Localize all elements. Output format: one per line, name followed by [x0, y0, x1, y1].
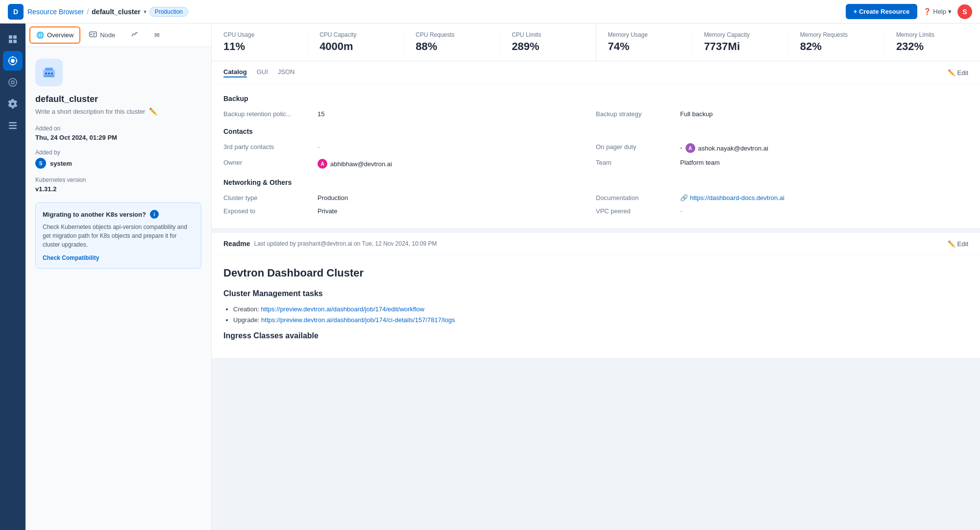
sidebar-item-security[interactable]	[3, 73, 23, 92]
help-label: Help	[933, 8, 946, 15]
backup-retention-value: 15	[318, 110, 324, 118]
resource-browser-link[interactable]: Resource Browser	[27, 8, 84, 16]
devtron-logo[interactable]: D	[8, 4, 24, 20]
catalog-tab-gui[interactable]: GUI	[257, 68, 268, 77]
added-on-section: Added on Thu, 24 Oct 2024, 01:29 PM	[35, 125, 201, 141]
svg-rect-17	[93, 33, 96, 34]
svg-point-4	[11, 59, 15, 63]
owner-avatar: A	[318, 159, 327, 169]
contacts-section-title: Contacts	[223, 127, 968, 135]
upgrade-link[interactable]: https://preview.devtron.ai/dashboard/job…	[261, 316, 455, 324]
exposed-to-value: Private	[318, 207, 337, 215]
readme-ingress-title: Ingress Classes available	[223, 331, 968, 340]
svg-rect-14	[9, 128, 17, 129]
link-icon: 🔗	[680, 194, 688, 202]
memory-capacity-metric: Memory Capacity 7737Mi	[692, 31, 788, 53]
user-avatar[interactable]: S	[957, 4, 972, 19]
cpu-usage-metric: CPU Usage 11%	[212, 31, 308, 53]
cpu-capacity-metric: CPU Capacity 4000m	[308, 31, 404, 53]
question-icon: ❓	[923, 8, 931, 15]
documentation-link[interactable]: https://dashboard-docs.devtron.ai	[690, 194, 784, 202]
svg-rect-0	[9, 35, 12, 39]
app-layout: 🌐 Overview Node	[0, 24, 980, 530]
tab-overview[interactable]: 🌐 Overview	[29, 26, 80, 44]
memory-limits-value: 232%	[896, 40, 968, 53]
svg-rect-1	[13, 35, 17, 39]
memory-capacity-value: 7737Mi	[704, 40, 776, 53]
catalog-tab-catalog[interactable]: Catalog	[223, 68, 247, 77]
k8s-version: v1.31.2	[35, 185, 201, 193]
cluster-info-panel: default_cluster Write a short descriptio…	[25, 47, 211, 530]
cluster-name: default_cluster	[35, 94, 201, 104]
readme-edit-button[interactable]: ✏️ Edit	[948, 240, 968, 248]
sidebar-item-global-config[interactable]	[3, 116, 23, 135]
svg-rect-20	[45, 68, 53, 71]
creation-link[interactable]: https://preview.devtron.ai/dashboard/job…	[261, 305, 424, 313]
vpc-peered-value: -	[680, 207, 682, 215]
memory-requests-label: Memory Requests	[800, 31, 872, 38]
cpu-capacity-label: CPU Capacity	[319, 31, 392, 38]
svg-point-7	[12, 64, 14, 66]
readme-cluster-mgmt-title: Cluster Management tasks	[223, 289, 968, 298]
envelope-tab-icon: ✉	[154, 31, 160, 39]
catalog-card: Catalog GUI JSON ✏️ Edit Backup Backup r…	[212, 61, 980, 229]
tab-chart[interactable]	[124, 25, 146, 45]
catalog-header: Catalog GUI JSON ✏️ Edit	[212, 61, 980, 85]
edit-description-icon[interactable]: ✏️	[149, 107, 157, 115]
readme-header: Readme Last updated by prashant@devtron.…	[212, 229, 980, 255]
readme-main-title: Devtron Dashboard Cluster	[223, 267, 968, 279]
chart-tab-icon	[131, 30, 139, 40]
added-by-section: Added by S system	[35, 149, 201, 169]
added-by-name: system	[50, 160, 72, 167]
readme-body: Devtron Dashboard Cluster Cluster Manage…	[212, 255, 980, 358]
sidebar-item-dashboard[interactable]	[3, 29, 23, 49]
memory-usage-metric: Memory Usage 74%	[596, 31, 692, 53]
cpu-usage-value: 11%	[223, 40, 295, 53]
migration-body: Check Kubernetes objects api-version com…	[43, 223, 194, 249]
readme-edit-pencil-icon: ✏️	[948, 240, 956, 248]
sidebar-icons	[0, 24, 25, 530]
third-party-contacts-label: 3rd party contacts	[223, 143, 312, 151]
added-by-row: S system	[35, 158, 201, 169]
catalog-edit-button[interactable]: ✏️ Edit	[948, 69, 968, 76]
memory-usage-value: 74%	[608, 40, 680, 53]
cpu-requests-label: CPU Requests	[416, 31, 488, 38]
top-navigation: D Resource Browser / default_cluster ▾ P…	[0, 0, 980, 24]
main-content: CPU Usage 11% CPU Capacity 4000m CPU Req…	[212, 24, 980, 530]
svg-point-6	[12, 56, 14, 58]
readme-title: Readme	[223, 240, 250, 248]
cpu-capacity-value: 4000m	[319, 40, 392, 53]
check-compatibility-link[interactable]: Check Compatibility	[43, 254, 99, 261]
environment-badge[interactable]: Production	[149, 7, 188, 17]
metrics-bar: CPU Usage 11% CPU Capacity 4000m CPU Req…	[212, 24, 980, 61]
added-on-value: Thu, 24 Oct 2024, 01:29 PM	[35, 134, 201, 141]
create-resource-button[interactable]: + Create Resource	[846, 4, 918, 19]
migration-info-badge: i	[150, 210, 159, 219]
svg-point-21	[45, 73, 47, 75]
edit-pencil-icon: ✏️	[948, 69, 956, 76]
svg-point-22	[48, 73, 50, 75]
memory-limits-metric: Memory Limits 232%	[884, 31, 980, 53]
migration-card: Migrating to another K8s version? i Chec…	[35, 202, 201, 269]
owner-label: Owner	[223, 159, 312, 166]
k8s-label: Kubernetes version	[35, 177, 201, 183]
svg-rect-3	[13, 40, 17, 43]
third-party-contacts-value: -	[318, 143, 319, 151]
readme-updated-text: Last updated by prashant@devtron.ai on T…	[254, 240, 437, 247]
sidebar-item-resources[interactable]	[3, 51, 23, 71]
help-button[interactable]: ❓ Help ▾	[923, 8, 952, 15]
tab-envelope[interactable]: ✉	[147, 26, 167, 44]
readme-card: Readme Last updated by prashant@devtron.…	[212, 229, 980, 358]
svg-rect-13	[9, 125, 17, 126]
sidebar-item-settings[interactable]	[3, 94, 23, 114]
catalog-tab-json[interactable]: JSON	[278, 68, 295, 77]
tab-node[interactable]: Node	[82, 25, 122, 45]
readme-meta: Readme Last updated by prashant@devtron.…	[223, 240, 437, 248]
nav-right-actions: + Create Resource ❓ Help ▾ S	[846, 4, 972, 19]
cluster-dropdown-chevron[interactable]: ▾	[144, 8, 147, 15]
backup-strategy-value: Full backup	[680, 110, 712, 118]
cluster-name-breadcrumb: default_cluster	[92, 8, 141, 16]
team-value: Platform team	[680, 159, 720, 166]
cluster-description: Write a short description for this clust…	[35, 107, 201, 115]
backup-retention-label: Backup retention polic...	[223, 110, 312, 118]
